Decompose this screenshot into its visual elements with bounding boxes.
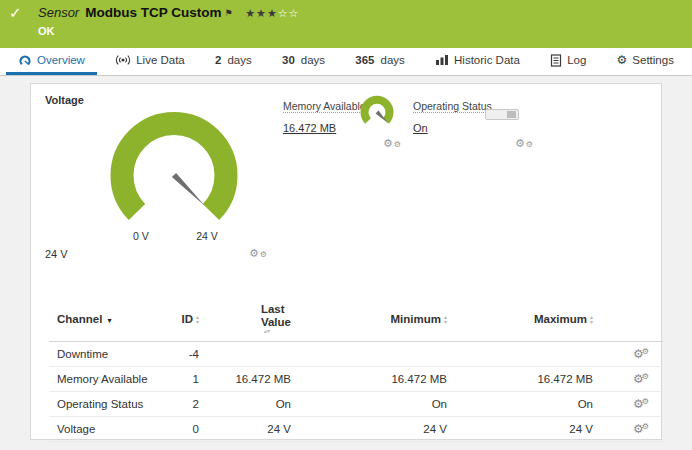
channel-minimum — [293, 342, 449, 367]
gauge-min-label: 0 V — [133, 230, 149, 242]
channel-last-value: 24 V — [201, 417, 293, 442]
sort-icon[interactable]: ▴▾ — [590, 315, 593, 325]
document-icon — [550, 54, 562, 67]
status-badge: OK — [38, 25, 682, 37]
operating-status-widget: Operating Status On ⚙⚙ — [413, 96, 535, 160]
channel-name[interactable]: Downtime — [49, 342, 161, 367]
channel-settings-icon[interactable]: ⚙⚙ — [595, 392, 663, 417]
gear-small-icon[interactable]: ⚙ — [260, 250, 267, 259]
tab-label: Historic Data — [454, 54, 520, 66]
tab-historic-data[interactable]: Historic Data — [423, 48, 532, 75]
voltage-gauge: 0 V 24 V — [79, 100, 269, 250]
sensor-title: Modbus TCP Custom — [85, 5, 221, 20]
star-filled-icons[interactable]: ★★★ — [245, 7, 278, 19]
channel-name[interactable]: Voltage — [49, 417, 161, 442]
sort-icon[interactable]: ▴▾ — [196, 315, 199, 325]
star-empty-icons[interactable]: ☆☆ — [278, 7, 300, 19]
col-id[interactable]: ID▴▾ — [161, 298, 201, 342]
channel-id: 2 — [161, 392, 201, 417]
channel-name[interactable]: Memory Available — [49, 367, 161, 392]
tab-number: 365 — [355, 54, 374, 66]
tab-overview[interactable]: Overview — [6, 48, 97, 75]
gauges-section: Voltage 0 V 24 V 24 V ⚙⚙ Memory Availabl… — [41, 94, 661, 264]
channel-settings-icon[interactable]: ⚙⚙ — [595, 367, 663, 392]
operating-widget-icons[interactable]: ⚙⚙ — [515, 138, 533, 150]
channel-table: Channel▾ ID▴▾ LastValue▴▾ Minimum▴▾ Maxi… — [49, 298, 663, 442]
channel-last-value — [201, 342, 293, 367]
channel-id: 1 — [161, 367, 201, 392]
tab-label: days — [381, 54, 405, 66]
memory-title[interactable]: Memory Available — [283, 100, 366, 113]
tab-2-days[interactable]: 2 days — [203, 48, 264, 75]
voltage-value: 24 V — [45, 248, 68, 260]
gear-icon[interactable]: ⚙ — [249, 247, 259, 259]
col-label: Channel — [57, 313, 102, 325]
memory-widget-icons[interactable]: ⚙⚙ — [383, 138, 401, 150]
channel-last-value: On — [201, 392, 293, 417]
channel-filter-caret-icon[interactable]: ▾ — [107, 316, 111, 325]
broadcast-icon — [115, 54, 131, 66]
table-row: Memory Available 1 16.472 MB 16.472 MB 1… — [49, 367, 663, 392]
bar-chart-icon — [435, 54, 449, 66]
channel-maximum: On — [449, 392, 595, 417]
operating-status-value[interactable]: On — [413, 122, 428, 134]
memory-gauge — [355, 93, 401, 135]
table-row: Operating Status 2 On On On ⚙⚙ — [49, 392, 663, 417]
gear-small-icon[interactable]: ⚙ — [394, 140, 401, 149]
tab-live-data[interactable]: Live Data — [103, 48, 197, 75]
gauge-icon — [18, 54, 32, 67]
tab-label: days — [227, 54, 251, 66]
table-row: Downtime -4 ⚙⚙ — [49, 342, 663, 367]
tab-label: Live Data — [136, 54, 185, 66]
tab-number: 2 — [215, 54, 221, 66]
tab-label: days — [301, 54, 325, 66]
memory-gauge-widget: Memory Available 16.472 MB ⚙⚙ — [283, 96, 403, 160]
tab-number: 30 — [282, 54, 295, 66]
gear-small-icon[interactable]: ⚙ — [526, 140, 533, 149]
ok-check-icon: ✓ — [9, 4, 22, 22]
channel-settings-icon[interactable]: ⚙⚙ — [595, 417, 663, 442]
col-label: Minimum — [391, 313, 441, 325]
col-channel-settings — [595, 298, 663, 342]
col-last-value[interactable]: LastValue▴▾ — [201, 298, 293, 342]
tab-label: Log — [567, 54, 586, 66]
gauge-max-label: 24 V — [196, 230, 218, 242]
channel-settings-icon[interactable]: ⚙⚙ — [595, 342, 663, 367]
channel-minimum: 16.472 MB — [293, 367, 449, 392]
operating-status-title[interactable]: Operating Status — [413, 100, 492, 113]
table-row: Voltage 0 24 V 24 V 24 V ⚙⚙ — [49, 417, 663, 442]
tab-settings[interactable]: ⚙ Settings — [605, 48, 686, 75]
flag-icon[interactable]: ⚑ — [224, 8, 232, 18]
col-label: ID — [181, 313, 193, 325]
voltage-widget-icons[interactable]: ⚙⚙ — [249, 248, 267, 260]
table-header-row: Channel▾ ID▴▾ LastValue▴▾ Minimum▴▾ Maxi… — [49, 298, 663, 342]
channel-minimum: On — [293, 392, 449, 417]
voltage-gauge-widget: Voltage 0 V 24 V 24 V ⚙⚙ — [43, 94, 277, 262]
sort-icon[interactable]: ▴▾ — [444, 315, 447, 325]
channel-id: 0 — [161, 417, 201, 442]
tab-bar: Overview Live Data 2 days 30 days 365 da… — [0, 48, 692, 76]
tab-log[interactable]: Log — [538, 48, 598, 75]
memory-value[interactable]: 16.472 MB — [283, 122, 336, 134]
priority-stars[interactable]: ★★★☆☆ — [245, 7, 299, 19]
channel-id: -4 — [161, 342, 201, 367]
sort-icon[interactable]: ▴▾ — [264, 329, 291, 334]
channel-minimum: 24 V — [293, 417, 449, 442]
channel-name[interactable]: Operating Status — [49, 392, 161, 417]
object-kind-label: Sensor — [38, 5, 79, 20]
overview-panel: Voltage 0 V 24 V 24 V ⚙⚙ Memory Availabl… — [30, 83, 662, 440]
tab-365-days[interactable]: 365 days — [343, 48, 416, 75]
col-channel[interactable]: Channel▾ — [49, 298, 161, 342]
col-maximum[interactable]: Maximum▴▾ — [449, 298, 595, 342]
channel-maximum: 16.472 MB — [449, 367, 595, 392]
channel-last-value: 16.472 MB — [201, 367, 293, 392]
channel-maximum — [449, 342, 595, 367]
col-label: Maximum — [534, 313, 587, 325]
gear-icon[interactable]: ⚙ — [383, 137, 393, 149]
channel-maximum: 24 V — [449, 417, 595, 442]
col-minimum[interactable]: Minimum▴▾ — [293, 298, 449, 342]
gear-icon[interactable]: ⚙ — [515, 137, 525, 149]
tab-30-days[interactable]: 30 days — [270, 48, 337, 75]
sensor-header: ✓ SensorModbus TCP Custom⚑ ★★★☆☆ OK — [0, 0, 692, 48]
status-switch-graphic — [485, 109, 519, 120]
